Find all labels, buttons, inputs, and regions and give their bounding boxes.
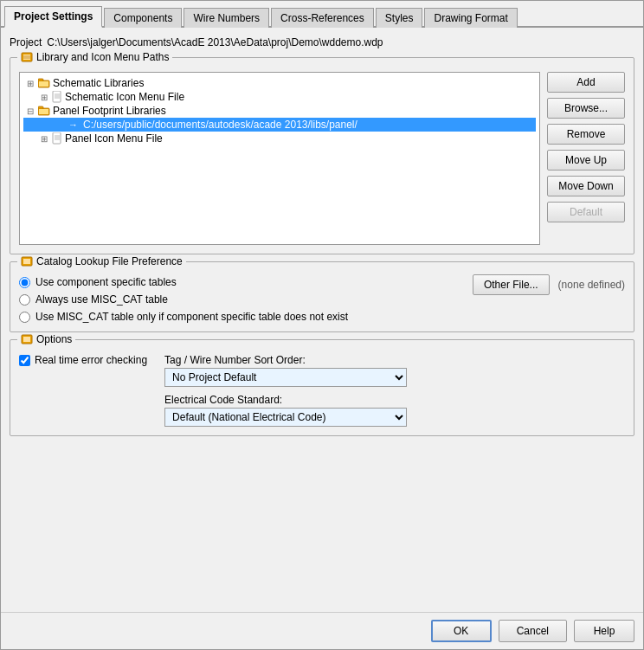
electrical-code-select[interactable]: Default (National Electrical Code) IEC N… xyxy=(164,408,407,427)
catalog-group-label: Catalog Lookup File Preference xyxy=(36,255,183,267)
radio-component-specific-label: Use component specific tables xyxy=(35,276,177,288)
project-path: C:\Users\jalger\Documents\AcadE 2013\AeD… xyxy=(47,36,383,48)
content-area: Project C:\Users\jalger\Documents\AcadE … xyxy=(1,28,643,612)
radio-misc-cat-if-input[interactable] xyxy=(19,312,30,323)
tree-item-panel-icon[interactable]: ⊞ Panel Icon Menu File xyxy=(23,132,536,145)
svg-rect-12 xyxy=(38,106,43,109)
svg-rect-7 xyxy=(53,91,61,102)
expand-icon-3: ⊟ xyxy=(27,106,35,116)
panel-icon-label: Panel Icon Menu File xyxy=(65,132,163,145)
tag-wire-sort-field: Tag / Wire Number Sort Order: No Project… xyxy=(164,354,625,387)
move-down-button[interactable]: Move Down xyxy=(547,176,625,196)
none-defined-label: (none defined) xyxy=(558,279,625,291)
radio-misc-cat-input[interactable] xyxy=(19,294,30,306)
add-button[interactable]: Add xyxy=(547,72,625,93)
svg-rect-14 xyxy=(53,132,61,144)
tab-bar: Project Settings Components Wire Numbers… xyxy=(1,1,643,28)
radio-misc-cat[interactable]: Always use MISC_CAT table xyxy=(19,293,473,306)
real-time-error-label: Real time error checking xyxy=(35,354,147,366)
project-row: Project C:\Users\jalger\Documents\AcadE … xyxy=(10,35,634,50)
expand-icon-4: ⊞ xyxy=(41,134,49,144)
library-tree[interactable]: ⊞ Schematic Libraries ⊞ xyxy=(19,72,540,245)
panel-path-label: C:/users/public/documents/autodesk/acade… xyxy=(83,119,357,131)
radio-misc-cat-label: Always use MISC_CAT table xyxy=(35,293,168,306)
radio-component-specific[interactable]: Use component specific tables xyxy=(19,276,473,288)
catalog-group: Catalog Lookup File Preference Use compo… xyxy=(10,261,634,332)
library-buttons: Add Browse... Remove Move Up Move Down D… xyxy=(547,72,625,245)
remove-button[interactable]: Remove xyxy=(547,124,625,145)
library-group-title: Library and Icon Menu Paths xyxy=(17,51,172,63)
ok-button[interactable]: OK xyxy=(431,620,492,642)
schematic-icon-label: Schematic Icon Menu File xyxy=(65,91,184,103)
svg-rect-19 xyxy=(23,259,30,264)
library-group-label: Library and Icon Menu Paths xyxy=(36,51,169,63)
library-icon xyxy=(21,51,33,63)
electrical-code-field: Electrical Code Standard: Default (Natio… xyxy=(164,394,625,427)
electrical-code-label: Electrical Code Standard: xyxy=(164,394,625,406)
tree-item-panel-path[interactable]: → C:/users/public/documents/autodesk/aca… xyxy=(23,118,536,132)
tab-wire-numbers[interactable]: Wire Numbers xyxy=(184,8,269,28)
options-content: Real time error checking Tag / Wire Numb… xyxy=(19,354,625,427)
folder-icon-schematic xyxy=(38,78,50,88)
cancel-button[interactable]: Cancel xyxy=(499,620,567,642)
browse-button[interactable]: Browse... xyxy=(547,98,625,119)
svg-rect-13 xyxy=(39,109,48,114)
tag-wire-sort-label: Tag / Wire Number Sort Order: xyxy=(164,354,625,366)
svg-rect-6 xyxy=(39,81,48,87)
radio-misc-cat-if-label: Use MISC_CAT table only if component spe… xyxy=(35,311,348,323)
svg-rect-1 xyxy=(23,55,30,60)
svg-rect-5 xyxy=(38,79,43,81)
library-panel: ⊞ Schematic Libraries ⊞ xyxy=(19,72,625,245)
svg-rect-21 xyxy=(23,337,30,342)
tab-project-settings[interactable]: Project Settings xyxy=(4,6,102,28)
tree-item-schematic-libs[interactable]: ⊞ Schematic Libraries xyxy=(23,76,536,90)
tab-styles[interactable]: Styles xyxy=(376,8,423,28)
electrical-code-select-row: Default (National Electrical Code) IEC N… xyxy=(164,408,625,427)
tag-wire-sort-select[interactable]: No Project Default Ascending Descending xyxy=(164,368,407,387)
catalog-group-title: Catalog Lookup File Preference xyxy=(17,255,186,267)
right-options: Tag / Wire Number Sort Order: No Project… xyxy=(164,354,625,427)
radio-component-specific-input[interactable] xyxy=(19,277,30,288)
folder-icon-panel xyxy=(38,106,50,116)
expand-icon-2: ⊞ xyxy=(41,93,49,102)
catalog-right: Other File... (none defined) xyxy=(473,274,625,295)
real-time-error-row[interactable]: Real time error checking xyxy=(19,354,147,366)
move-up-button[interactable]: Move Up xyxy=(547,150,625,171)
panel-libs-label: Panel Footprint Libraries xyxy=(53,105,166,117)
library-group: Library and Icon Menu Paths ⊞ Schematic … xyxy=(10,57,634,254)
catalog-icon xyxy=(21,255,33,267)
file-icon-panel xyxy=(52,132,62,145)
main-window: Project Settings Components Wire Numbers… xyxy=(0,0,644,650)
options-group: Options Real time error checking Tag / W… xyxy=(10,339,634,436)
tab-cross-references[interactable]: Cross-References xyxy=(271,8,374,28)
tab-drawing-format[interactable]: Drawing Format xyxy=(424,8,517,28)
file-icon-schematic xyxy=(52,91,62,103)
other-file-button[interactable]: Other File... xyxy=(473,274,550,295)
arrow-icon: → xyxy=(68,119,78,130)
help-button[interactable]: Help xyxy=(574,620,634,642)
options-group-label: Options xyxy=(36,333,72,345)
tree-item-panel-libs[interactable]: ⊟ Panel Footprint Libraries xyxy=(23,104,536,118)
left-options: Real time error checking xyxy=(19,354,147,366)
tag-wire-sort-select-row: No Project Default Ascending Descending xyxy=(164,368,625,387)
options-group-title: Options xyxy=(17,333,75,345)
bottom-bar: OK Cancel Help xyxy=(1,612,643,649)
real-time-error-checkbox[interactable] xyxy=(19,355,30,366)
tree-item-schematic-icon[interactable]: ⊞ Schematic Icon Menu File xyxy=(23,90,536,104)
options-icon xyxy=(21,333,33,345)
schematic-libs-label: Schematic Libraries xyxy=(53,77,144,89)
expand-icon: ⊞ xyxy=(27,79,35,88)
radio-misc-cat-if[interactable]: Use MISC_CAT table only if component spe… xyxy=(19,311,473,323)
catalog-inner: Use component specific tables Always use… xyxy=(19,276,625,323)
project-label: Project xyxy=(10,36,42,48)
default-button[interactable]: Default xyxy=(547,202,625,222)
catalog-radio-group: Use component specific tables Always use… xyxy=(19,276,473,323)
tab-components[interactable]: Components xyxy=(104,8,182,28)
